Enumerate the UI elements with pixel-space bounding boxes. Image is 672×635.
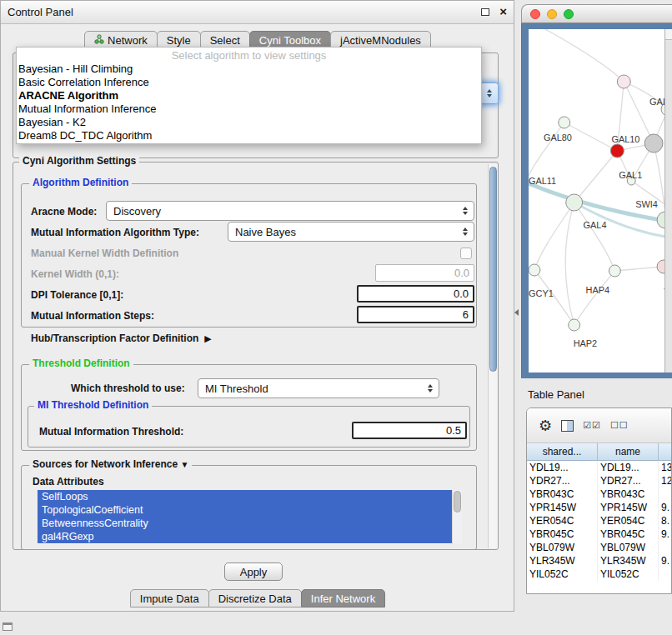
table-cell: YIL052C bbox=[527, 568, 598, 581]
table-row[interactable]: YBL079WYBL079W bbox=[527, 541, 671, 554]
dpi-tolerance-input[interactable]: 0.0 bbox=[357, 285, 474, 302]
minimize-window-icon[interactable] bbox=[547, 9, 557, 19]
hub-definition-toggle[interactable]: Hub/Transcription Factor Definition ▶ bbox=[31, 332, 212, 344]
algorithm-option-basic-correlation-inference[interactable]: Basic Correlation Inference bbox=[17, 76, 481, 89]
mi-steps-input[interactable]: 6 bbox=[357, 306, 474, 323]
kernel-width-input[interactable]: 0.0 bbox=[375, 264, 474, 282]
table-cell bbox=[659, 488, 671, 501]
scrollbar-thumb[interactable] bbox=[489, 167, 497, 372]
algorithm-dropdown: Select algorithm to view settings Bayesi… bbox=[16, 47, 482, 144]
network-vertical-scrollbar[interactable] bbox=[664, 29, 672, 372]
gear-icon[interactable]: ⚙ bbox=[539, 418, 552, 433]
table-row[interactable]: YBR045CYBR045C9. bbox=[527, 528, 671, 541]
close-window-icon[interactable] bbox=[530, 9, 540, 19]
splitter-handle[interactable] bbox=[514, 302, 519, 323]
algorithm-dropdown-list: Bayesian - Hill ClimbingBasic Correlatio… bbox=[17, 62, 481, 142]
scrollbar-thumb[interactable] bbox=[454, 491, 461, 512]
data-attributes-list[interactable]: SelfLoopsTopologicalCoefficientBetweenne… bbox=[38, 490, 462, 544]
kernel-width-value: 0.0 bbox=[454, 267, 469, 279]
attribute-item-selfloops[interactable]: SelfLoops bbox=[38, 490, 452, 503]
tab-label: Cyni Toolbox bbox=[259, 34, 321, 47]
svg-text:GAL: GAL bbox=[649, 97, 664, 107]
algorithm-option-bayesian-hill-climbing[interactable]: Bayesian - Hill Climbing bbox=[17, 62, 481, 76]
aracne-mode-select[interactable]: Discovery bbox=[106, 201, 474, 221]
select-all-icon[interactable]: ☑☑ bbox=[583, 420, 601, 431]
table-cell bbox=[659, 541, 671, 554]
svg-text:GAL4: GAL4 bbox=[584, 220, 607, 230]
network-canvas[interactable]: GAL80GAL10GAL1GAL11SWI4GAL4GCY1HAP4HAP2G… bbox=[529, 29, 664, 372]
mi-threshold-group-title: MI Threshold Definition bbox=[34, 400, 152, 411]
column-header-0[interactable]: shared... bbox=[527, 443, 598, 460]
svg-text:GAL11: GAL11 bbox=[529, 176, 556, 186]
table-row[interactable]: YDR27...YDR27...12 bbox=[527, 474, 671, 488]
svg-text:HAP4: HAP4 bbox=[586, 285, 610, 295]
algorithm-option-mutual-information-inference[interactable]: Mutual Information Inference bbox=[17, 102, 481, 116]
combo-stepper-icon bbox=[424, 379, 436, 398]
expand-down-icon: ▼ bbox=[180, 460, 188, 469]
table-cell: YPR145W bbox=[598, 501, 659, 514]
table-row[interactable]: YIL052CYIL052C bbox=[527, 568, 671, 581]
mi-threshold-input[interactable]: 0.5 bbox=[352, 422, 467, 439]
attribute-item-betweennesscentrality[interactable]: BetweennessCentrality bbox=[38, 517, 452, 530]
network-view-frame: GAL80GAL10GAL1GAL11SWI4GAL4GCY1HAP4HAP2G… bbox=[521, 23, 672, 378]
mi-type-select[interactable]: Naive Bayes bbox=[228, 222, 474, 242]
control-panel-window: Control Panel × NetworkStyleSelectCyni T… bbox=[0, 0, 514, 612]
sources-title[interactable]: Sources for Network Inference ▼ bbox=[29, 459, 192, 470]
tab-label: Select bbox=[210, 34, 240, 47]
close-icon[interactable]: × bbox=[499, 4, 507, 18]
columns-icon[interactable] bbox=[561, 420, 574, 432]
float-window-icon[interactable] bbox=[481, 8, 489, 16]
mi-threshold-label: Mutual Information Threshold: bbox=[39, 426, 183, 438]
table-cell: 12 bbox=[659, 474, 671, 488]
which-threshold-label: Which threshold to use: bbox=[71, 382, 185, 394]
svg-text:GAL10: GAL10 bbox=[611, 134, 639, 144]
bottom-tab-infer-network[interactable]: Infer Network bbox=[301, 589, 385, 608]
table-cell: 8. bbox=[659, 514, 671, 528]
attributes-list-scrollbar[interactable] bbox=[452, 490, 462, 544]
control-panel-titlebar[interactable]: Control Panel × bbox=[1, 1, 514, 24]
apply-button-label: Apply bbox=[240, 566, 268, 578]
algorithm-option-aracne-algorithm[interactable]: ARACNE Algorithm bbox=[17, 89, 481, 102]
manual-kernel-checkbox[interactable] bbox=[460, 248, 472, 259]
which-threshold-select[interactable]: MI Threshold bbox=[198, 378, 439, 398]
combo-stepper-icon bbox=[459, 202, 471, 220]
bottom-tab-discretize-data[interactable]: Discretize Data bbox=[208, 589, 302, 608]
bottom-tab-label: Infer Network bbox=[311, 592, 375, 605]
bottom-tab-impute-data[interactable]: Impute Data bbox=[130, 589, 209, 608]
table-panel-window: ⚙ ☑☑ ☐☐ shared...name YDL19...YDL19...13… bbox=[526, 408, 672, 594]
dropdown-prompt: Select algorithm to view settings bbox=[17, 48, 481, 62]
apply-button[interactable]: Apply bbox=[224, 562, 283, 581]
algorithm-option-dream8-dc-tdc-algorithm[interactable]: Dream8 DC_TDC Algorithm bbox=[17, 129, 481, 142]
attribute-item-gal4rgexp[interactable]: gal4RGexp bbox=[38, 530, 452, 543]
table-row[interactable]: YPR145WYPR145W9. bbox=[527, 501, 671, 514]
minimized-panel-icon[interactable] bbox=[3, 622, 13, 631]
table-cell: YDR27... bbox=[527, 474, 598, 488]
table-row[interactable]: YBR043CYBR043C bbox=[527, 488, 671, 501]
zoom-window-icon[interactable] bbox=[564, 9, 574, 19]
table-row[interactable]: YLR345WYLR345W9. bbox=[527, 554, 671, 568]
table-cell: YDL19... bbox=[598, 461, 659, 474]
deselect-all-icon[interactable]: ☐☐ bbox=[610, 420, 629, 431]
algorithm-option-bayesian-k2[interactable]: Bayesian - K2 bbox=[17, 116, 481, 129]
settings-scrollbar[interactable] bbox=[488, 164, 498, 548]
table-row[interactable]: YER054CYER054C8. bbox=[527, 514, 671, 528]
table-row[interactable]: YDL19...YDL19...13 bbox=[527, 461, 671, 474]
table-cell: 9. bbox=[659, 554, 671, 568]
bottom-tab-label: Impute Data bbox=[140, 592, 199, 605]
table-cell: YER054C bbox=[527, 514, 598, 528]
scroll-up-button[interactable] bbox=[665, 29, 672, 40]
svg-text:HAP2: HAP2 bbox=[574, 338, 598, 348]
table-cell: YER054C bbox=[598, 514, 659, 528]
table-cell: YLR345W bbox=[527, 554, 598, 568]
mi-steps-value: 6 bbox=[463, 308, 469, 321]
network-graph: GAL80GAL10GAL1GAL11SWI4GAL4GCY1HAP4HAP2G… bbox=[529, 29, 664, 372]
column-header-2[interactable] bbox=[659, 443, 671, 460]
table-cell: 13 bbox=[659, 461, 671, 474]
table-cell: 9. bbox=[659, 501, 671, 514]
network-window-titlebar[interactable] bbox=[521, 4, 672, 23]
column-header-1[interactable]: name bbox=[598, 443, 659, 460]
dpi-tolerance-label: DPI Tolerance [0,1]: bbox=[31, 289, 123, 301]
hub-definition-label: Hub/Transcription Factor Definition bbox=[31, 332, 198, 344]
expand-right-icon: ▶ bbox=[204, 333, 211, 344]
attribute-item-topologicalcoefficient[interactable]: TopologicalCoefficient bbox=[38, 503, 452, 517]
